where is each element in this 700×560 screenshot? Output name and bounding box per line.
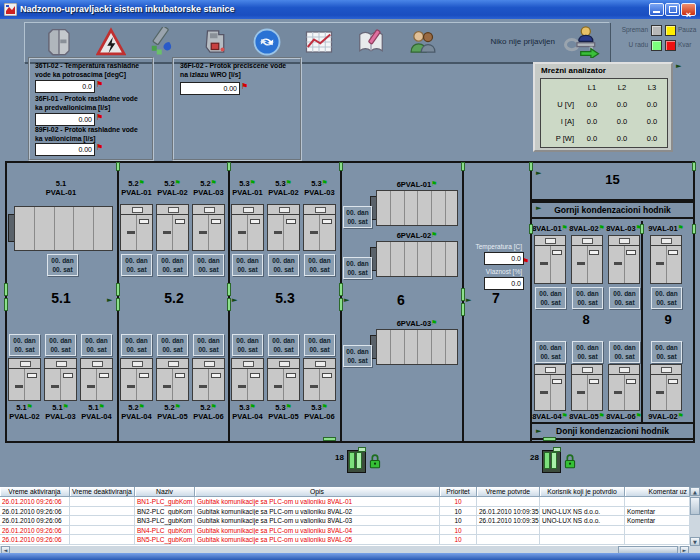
alarm-cell[interactable] <box>70 535 135 545</box>
alarm-cell[interactable]: Gubitak komunikacije sa PLC-om u valioni… <box>195 516 440 526</box>
alarm-cell[interactable] <box>477 497 540 507</box>
timer-display: 00. dan00. sat <box>304 334 335 356</box>
incubator-machine[interactable] <box>534 235 566 284</box>
incubator-machine[interactable] <box>192 358 225 401</box>
column-header[interactable]: Korisnik koji je potvrdio <box>540 487 625 497</box>
alarm-cell[interactable]: 10 <box>440 507 477 517</box>
alarm-cell[interactable]: Gubitak komunikacije sa PLC-om u valioni… <box>195 507 440 517</box>
alarm-cell[interactable]: Komentar <box>625 507 690 517</box>
analyzer-value: 0.0 <box>637 130 667 147</box>
incubator-machine[interactable] <box>8 358 41 401</box>
door-indicator-18[interactable]: 18 <box>330 450 388 472</box>
status-flag-icon: ⚑ <box>250 179 256 187</box>
alarm-cell[interactable] <box>477 535 540 545</box>
incubator-tank-button[interactable] <box>42 27 76 58</box>
alarm-cell[interactable]: UNO-LUX NS d.o.o. <box>540 507 625 517</box>
incubator-machine[interactable] <box>650 364 682 411</box>
incubator-machine[interactable] <box>44 358 77 401</box>
alarm-cell[interactable] <box>625 535 690 545</box>
alarm-cell[interactable] <box>477 526 540 536</box>
incubator-machine[interactable] <box>156 358 189 401</box>
analyzer-value: 0.0 <box>577 130 607 147</box>
alarm-cell[interactable]: 26.01.2010 09:26:06 <box>0 535 70 545</box>
alarm-cell[interactable]: BN3-PLC_gubKom <box>135 516 195 526</box>
column-header[interactable]: Vreme aktiviranja <box>0 487 70 497</box>
incubator-machine[interactable] <box>303 358 336 401</box>
alarm-cell[interactable] <box>625 497 690 507</box>
incubator-machine[interactable] <box>376 241 458 277</box>
alarm-cell[interactable]: BN1-PLC_gubKom <box>135 497 195 507</box>
incubator-machine[interactable] <box>14 206 113 251</box>
alarm-cell[interactable]: 26.01.2010 10:09:35 <box>477 516 540 526</box>
incubator-machine[interactable] <box>650 235 682 284</box>
incubator-machine[interactable] <box>608 364 640 411</box>
alarm-cell[interactable]: Gubitak komunikacije sa PLC-om u valioni… <box>195 497 440 507</box>
column-header[interactable]: Naziv <box>135 487 195 497</box>
alarm-cell[interactable] <box>540 497 625 507</box>
circulation-button[interactable] <box>250 27 284 58</box>
column-header[interactable]: Komentar uz <box>625 487 690 497</box>
alarm-cell[interactable]: BN5-PLC_gubKom <box>135 535 195 545</box>
alarm-cell[interactable]: UNO-LUX NS d.o.o. <box>540 516 625 526</box>
alarm-flag-icon: ⚑ <box>96 81 103 89</box>
alarm-cell[interactable]: 10 <box>440 535 477 545</box>
alarm-cell[interactable] <box>70 507 135 517</box>
login-button[interactable] <box>560 25 604 58</box>
incubator-machine[interactable] <box>608 235 640 284</box>
incubator-machine[interactable] <box>267 204 300 251</box>
alarm-cell[interactable]: 26.01.2010 09:26:06 <box>0 497 70 507</box>
column-header[interactable]: Prioritet <box>440 487 477 497</box>
machine-label: 8VAL-04⚑ <box>532 412 568 421</box>
alarm-cell[interactable] <box>70 497 135 507</box>
alarm-cell[interactable] <box>540 526 625 536</box>
incubator-machine[interactable] <box>156 204 189 251</box>
minimize-button[interactable] <box>649 3 664 16</box>
alarm-cell[interactable]: 26.01.2010 09:26:06 <box>0 516 70 526</box>
scroll-up-button[interactable]: ▲ <box>690 487 700 496</box>
incubator-machine[interactable] <box>192 204 225 251</box>
machine-label: 5.3⚑PVAL-06 <box>301 403 338 421</box>
incubator-machine[interactable] <box>231 358 264 401</box>
pump-station-button[interactable] <box>198 27 232 58</box>
alarm-cell[interactable]: 10 <box>440 497 477 507</box>
restore-button[interactable] <box>665 3 680 16</box>
column-header[interactable]: Vreme potvrde <box>477 487 540 497</box>
status-flag-icon: ⚑ <box>250 403 256 411</box>
column-header[interactable]: Opis <box>195 487 440 497</box>
alarm-cell[interactable] <box>625 526 690 536</box>
alarm-cell[interactable]: BN4-PLC_gubKom <box>135 526 195 536</box>
trends-button[interactable] <box>302 27 336 58</box>
incubator-machine[interactable] <box>231 204 264 251</box>
section-label: 9 <box>644 312 692 327</box>
incubator-machine[interactable] <box>571 364 603 411</box>
incubator-machine[interactable] <box>80 358 113 401</box>
alarm-cell[interactable]: 26.01.2010 09:26:06 <box>0 507 70 517</box>
incubator-machine[interactable] <box>303 204 336 251</box>
alarm-cell[interactable]: BN2-PLC_gubKom <box>135 507 195 517</box>
incubator-machine[interactable] <box>534 364 566 411</box>
alarm-cell[interactable] <box>540 535 625 545</box>
incubator-machine[interactable] <box>571 235 603 284</box>
alarm-cell[interactable]: 26.01.2010 09:26:06 <box>0 526 70 536</box>
cooling-water-button[interactable] <box>146 27 180 58</box>
incubator-machine[interactable] <box>376 329 458 365</box>
column-header[interactable]: Vreme deaktiviranja <box>70 487 135 497</box>
reports-button[interactable] <box>354 27 388 58</box>
alarm-cell[interactable] <box>70 516 135 526</box>
alarm-cell[interactable]: 10 <box>440 526 477 536</box>
incubator-machine[interactable] <box>120 204 153 251</box>
incubator-machine[interactable] <box>120 358 153 401</box>
electrical-button[interactable] <box>94 27 128 58</box>
incubator-machine[interactable] <box>376 190 458 226</box>
incubator-machine[interactable] <box>267 358 300 401</box>
close-button[interactable]: × <box>681 3 696 16</box>
alarm-cell[interactable]: 26.01.2010 10:09:35 <box>477 507 540 517</box>
alarm-cell[interactable] <box>70 526 135 536</box>
door-indicator-28[interactable]: 28 <box>525 450 583 472</box>
alarm-cell[interactable]: Gubitak komunikacije sa PLC-om u valioni… <box>195 526 440 536</box>
alarm-cell[interactable]: Gubitak komunikacije sa PLC-om u valioni… <box>195 535 440 545</box>
vertical-scroll-thumb[interactable] <box>690 497 700 515</box>
scroll-down-button[interactable]: ▼ <box>690 537 700 546</box>
alarm-cell[interactable]: Komentar <box>625 516 690 526</box>
alarm-cell[interactable]: 10 <box>440 516 477 526</box>
